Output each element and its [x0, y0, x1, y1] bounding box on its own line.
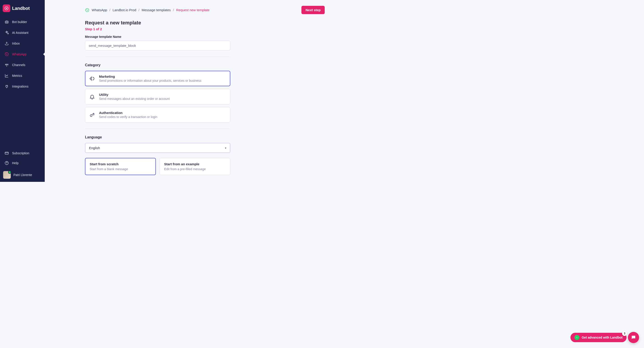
template-name-input[interactable] — [85, 41, 230, 50]
key-icon — [89, 112, 95, 118]
sidebar-item-label: Integrations — [12, 85, 28, 88]
category-title: Utility — [99, 93, 170, 97]
sidebar-item-help[interactable]: Help — [0, 158, 45, 168]
language-select[interactable]: English ▾ — [85, 143, 230, 153]
svg-point-1 — [6, 8, 7, 9]
main: WhatsApp / Landbot.io Prod / Message tem… — [45, 0, 338, 182]
user-row[interactable]: Patri Llorente — [0, 168, 45, 182]
avatar — [3, 171, 11, 179]
megaphone-icon — [89, 76, 95, 82]
svg-rect-7 — [5, 152, 8, 154]
logo-mark-icon — [3, 5, 10, 12]
sidebar-item-metrics[interactable]: Metrics — [0, 70, 45, 81]
sidebar-item-label: Channels — [12, 63, 25, 67]
sidebar-item-bot-builder[interactable]: Bot builder — [0, 17, 45, 27]
tile-desc: Edit from a pre-filled message — [164, 167, 226, 171]
card-icon — [4, 151, 9, 155]
crumb[interactable]: WhatsApp — [92, 8, 107, 12]
sidebar-item-ai-assistant[interactable]: AI Assistant — [0, 27, 45, 38]
topbar: WhatsApp / Landbot.io Prod / Message tem… — [85, 6, 325, 14]
whatsapp-icon — [85, 8, 90, 12]
sidebar-item-label: AI Assistant — [12, 31, 28, 35]
category-label: Category — [85, 63, 325, 67]
user-name: Patri Llorente — [14, 173, 32, 177]
antenna-icon — [4, 63, 9, 67]
start-from-example-tile[interactable]: Start from an example Edit from a pre-fi… — [160, 158, 230, 175]
page-title: Request a new template — [85, 20, 325, 26]
whatsapp-icon — [4, 52, 9, 56]
bell-icon — [89, 94, 95, 100]
svg-point-6 — [6, 64, 7, 65]
svg-point-5 — [5, 53, 8, 56]
chart-icon — [4, 73, 9, 78]
bot-icon — [4, 20, 9, 24]
sidebar-item-whatsapp[interactable]: WhatsApp — [0, 49, 45, 60]
svg-point-10 — [86, 8, 89, 12]
sidebar-bottom: Subscription Help Patri Llorente — [0, 148, 45, 182]
step-indicator: Step 1 of 2 — [85, 27, 325, 31]
sidebar-item-subscription[interactable]: Subscription — [0, 148, 45, 158]
category-title: Authentication — [99, 111, 158, 115]
sidebar-item-label: Subscription — [12, 151, 29, 155]
crumb-sep: / — [138, 8, 139, 12]
svg-point-11 — [90, 114, 92, 116]
plug-icon — [4, 84, 9, 89]
sidebar-item-inbox[interactable]: Inbox — [0, 38, 45, 49]
category-desc: Send codes to verify a transaction or lo… — [99, 115, 158, 119]
start-options: Start from scratch Start from a blank me… — [85, 158, 230, 175]
sidebar-item-channels[interactable]: Channels — [0, 60, 45, 70]
chevron-down-icon: ▾ — [225, 146, 226, 150]
category-desc: Send promotions or information about you… — [99, 79, 202, 82]
logo[interactable]: Landbot — [0, 2, 45, 17]
crumb-sep: / — [173, 8, 174, 12]
divider — [85, 57, 230, 57]
tile-desc: Start from a blank message — [90, 167, 151, 171]
category-desc: Send messages about an existing order or… — [99, 97, 170, 101]
crumb[interactable]: Message templates — [142, 8, 170, 12]
category-card-utility[interactable]: Utility Send messages about an existing … — [85, 89, 230, 104]
help-icon — [4, 161, 9, 165]
next-step-button[interactable]: Next step — [302, 6, 325, 14]
sidebar: Landbot Bot builder AI Assistant Inbox W… — [0, 0, 45, 182]
primary-nav: Bot builder AI Assistant Inbox WhatsApp … — [0, 17, 45, 92]
category-card-marketing[interactable]: Marketing Send promotions or information… — [85, 71, 230, 86]
svg-rect-2 — [5, 21, 8, 23]
category-title: Marketing — [99, 75, 202, 78]
language-value: English — [89, 146, 100, 150]
sidebar-item-label: Help — [12, 161, 18, 165]
sidebar-item-label: WhatsApp — [12, 52, 26, 56]
template-name-label: Message template Name — [85, 35, 325, 39]
tile-title: Start from scratch — [90, 162, 151, 166]
sidebar-item-label: Bot builder — [12, 20, 27, 24]
svg-point-9 — [6, 164, 7, 164]
sidebar-item-label: Inbox — [12, 42, 20, 45]
crumb-current: Request new template — [176, 8, 210, 12]
sidebar-item-integrations[interactable]: Integrations — [0, 81, 45, 92]
sparkle-icon — [4, 31, 9, 35]
sidebar-item-label: Metrics — [12, 74, 22, 77]
breadcrumb: WhatsApp / Landbot.io Prod / Message tem… — [85, 8, 210, 12]
logo-text: Landbot — [12, 6, 30, 11]
inbox-icon — [4, 41, 9, 46]
svg-point-3 — [6, 22, 6, 23]
tile-title: Start from an example — [164, 162, 226, 166]
category-card-authentication[interactable]: Authentication Send codes to verify a tr… — [85, 107, 230, 122]
crumb-sep: / — [109, 8, 110, 12]
crumb[interactable]: Landbot.io Prod — [112, 8, 136, 12]
start-from-scratch-tile[interactable]: Start from scratch Start from a blank me… — [85, 158, 156, 175]
divider — [85, 129, 230, 129]
svg-point-4 — [7, 22, 8, 23]
language-label: Language — [85, 135, 325, 139]
